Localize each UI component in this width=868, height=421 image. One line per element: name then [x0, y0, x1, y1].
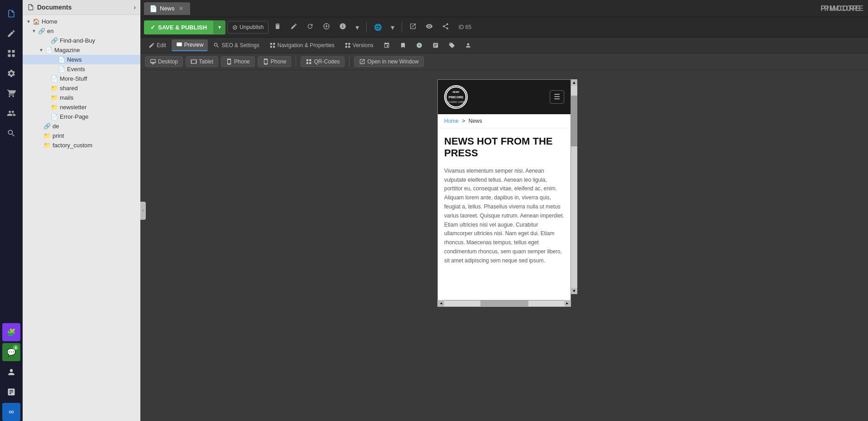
preview-tab-btn[interactable]: Preview	[172, 39, 208, 51]
tree-area: ▼ 🏠 Home ▼ 🔗 en 🔗 Find-and-Buy ▼ 📄 Magaz…	[23, 15, 140, 421]
tree-item-more-stuff[interactable]: 📄 More-Stuff	[23, 74, 140, 83]
preview-body-text: Vivamus elementum semper nisi. Aenean vu…	[444, 167, 564, 266]
tree-item-newsletter[interactable]: 📁 newsletter	[23, 102, 140, 112]
scroll-left-btn[interactable]: ◄	[438, 300, 444, 306]
news-tab[interactable]: 📄 News ✕	[144, 2, 190, 15]
ecommerce-sidebar-icon[interactable]	[2, 84, 20, 102]
objects-sidebar-icon[interactable]	[2, 44, 20, 63]
edit-toolbar-btn[interactable]	[287, 20, 301, 34]
phone2-view-btn[interactable]: Phone	[258, 56, 292, 67]
folder-mails-icon: 📁	[51, 94, 58, 101]
messages-icon[interactable]: 💬 4	[2, 343, 20, 361]
page-events-icon: 📄	[58, 66, 65, 73]
edit-tab-btn[interactable]: Edit	[144, 40, 171, 51]
qr-codes-btn[interactable]: QR-Codes	[301, 56, 345, 67]
hamburger-button[interactable]: ☰	[550, 90, 564, 104]
seo-tab-label: SEO & Settings	[221, 42, 259, 48]
plugin-icon[interactable]: 🧩	[2, 323, 20, 341]
tree-label-factory-custom: factory_custom	[53, 142, 92, 149]
page-more-stuff-icon: 📄	[51, 75, 58, 82]
share-btn[interactable]	[438, 20, 453, 34]
infinity-icon[interactable]: ∞	[2, 403, 20, 421]
sidebar: 🧩 💬 4 ∞	[0, 0, 23, 421]
tab-close-button[interactable]: ✕	[177, 5, 185, 12]
tree-label-de: de	[53, 123, 59, 130]
save-publish-button-group[interactable]: ✓ SAVE & PUBLISH ▾	[144, 20, 225, 34]
tree-item-error-page[interactable]: 📄 Error-Page	[23, 112, 140, 121]
panel-title: Documents	[37, 4, 72, 11]
panel-collapse-button[interactable]: ‹	[140, 202, 146, 220]
tree-item-events[interactable]: 📄 Events	[23, 64, 140, 74]
tags-tab-btn[interactable]	[444, 40, 460, 51]
vertical-scrollbar[interactable]: ▲ ▼	[571, 79, 577, 294]
search-sidebar-icon[interactable]	[2, 124, 20, 142]
expand-magazine[interactable]: ▼	[39, 48, 44, 53]
document-id: ID 65	[458, 24, 471, 30]
save-publish-main-btn[interactable]: ✓ SAVE & PUBLISH	[144, 20, 213, 34]
breadcrumb-home[interactable]: Home	[444, 118, 459, 124]
documents-sidebar-icon[interactable]	[2, 5, 20, 23]
publish-history-tab-btn[interactable]	[412, 40, 427, 51]
translate-toolbar-btn[interactable]: 🌐	[370, 21, 385, 34]
tree-item-print[interactable]: 📁 print	[23, 131, 140, 140]
scroll-track-v	[571, 86, 577, 288]
info-toolbar-btn[interactable]	[336, 20, 350, 34]
assets-sidebar-icon[interactable]	[2, 24, 20, 43]
horizontal-scrollbar[interactable]: ◄ ►	[437, 300, 571, 307]
page-magazine-icon: 📄	[45, 47, 53, 53]
eye-preview-btn[interactable]	[422, 20, 436, 34]
reload-toolbar-btn[interactable]	[303, 20, 317, 34]
pimcore-logo: PIMCORE	[820, 5, 861, 13]
tree-label-shared: shared	[60, 85, 78, 92]
tablet-view-btn[interactable]: Tablet	[186, 56, 218, 67]
tree-item-en[interactable]: ▼ 🔗 en	[23, 26, 140, 36]
dependencies-tab-btn[interactable]	[460, 40, 476, 51]
link-find-buy-icon: 🔗	[51, 37, 58, 44]
nav-tab-label: Navigation & Properties	[278, 42, 335, 48]
tree-item-find-buy[interactable]: 🔗 Find-and-Buy	[23, 36, 140, 45]
open-new-window-btn[interactable]: Open in new Window	[354, 56, 423, 67]
more-toolbar-btn[interactable]: ▾	[352, 20, 363, 34]
bookmark-tab-btn[interactable]	[395, 40, 411, 51]
tree-item-home[interactable]: ▼ 🏠 Home	[23, 17, 140, 26]
tree-item-magazine[interactable]: ▼ 📄 Magazine	[23, 45, 140, 55]
scroll-right-btn[interactable]: ►	[564, 300, 571, 306]
tree-item-news[interactable]: 📄 News	[23, 55, 140, 64]
account-icon[interactable]	[2, 363, 20, 381]
panel-collapse-arrow[interactable]: ›	[134, 4, 136, 11]
tree-item-mails[interactable]: 📁 mails	[23, 93, 140, 102]
settings-sidebar-icon[interactable]	[2, 64, 20, 82]
tree-label-find-buy: Find-and-Buy	[60, 37, 95, 44]
preview-header: DEMO PIMCORE CLASSIC CARS ☰	[438, 80, 571, 114]
tree-item-shared[interactable]: 📁 shared	[23, 83, 140, 93]
reports-sidebar-icon[interactable]	[2, 383, 20, 401]
seo-tab-btn[interactable]: SEO & Settings	[209, 40, 264, 51]
schedule-tab-btn[interactable]	[379, 40, 394, 51]
desktop-view-btn[interactable]: Desktop	[145, 56, 183, 67]
save-publish-dropdown-btn[interactable]: ▾	[213, 20, 225, 34]
phone1-view-btn[interactable]: Phone	[221, 56, 255, 67]
translate-dropdown-btn[interactable]: ▾	[387, 20, 398, 34]
documents-panel: Documents › ▼ 🏠 Home ▼ 🔗 en 🔗 Find-and-B…	[23, 0, 140, 421]
checkmark-icon: ✓	[150, 24, 155, 31]
tab-toolbar: Edit Preview SEO & Settings Navigation &…	[140, 38, 868, 53]
phone1-view-label: Phone	[234, 58, 250, 65]
unpublish-button[interactable]: ⊘ Unpublish	[227, 21, 269, 34]
open-external-btn[interactable]	[406, 20, 420, 34]
tasks-tab-btn[interactable]	[428, 40, 443, 51]
expand-home[interactable]: ▼	[26, 19, 32, 24]
tree-item-de[interactable]: 🔗 de	[23, 121, 140, 131]
nav-tab-btn[interactable]: Navigation & Properties	[265, 40, 339, 51]
scroll-down-btn[interactable]: ▼	[571, 288, 577, 294]
scroll-up-btn[interactable]: ▲	[571, 79, 577, 86]
save-publish-label: SAVE & PUBLISH	[158, 24, 207, 31]
users-sidebar-icon[interactable]	[2, 104, 20, 122]
main-area: 📄 News ✕ PIMCORE ✓ SAVE & PUBLISH ▾ ⊘ Un…	[140, 0, 868, 421]
tree-item-factory-custom[interactable]: 📁 factory_custom	[23, 140, 140, 150]
expand-en[interactable]: ▼	[32, 29, 37, 34]
versions-tab-btn[interactable]: Versions	[340, 40, 378, 51]
preview-tab-label: Preview	[184, 42, 204, 48]
delete-toolbar-btn[interactable]	[270, 20, 285, 34]
target-toolbar-btn[interactable]	[319, 20, 334, 34]
home-tree-icon: 🏠	[33, 18, 40, 25]
